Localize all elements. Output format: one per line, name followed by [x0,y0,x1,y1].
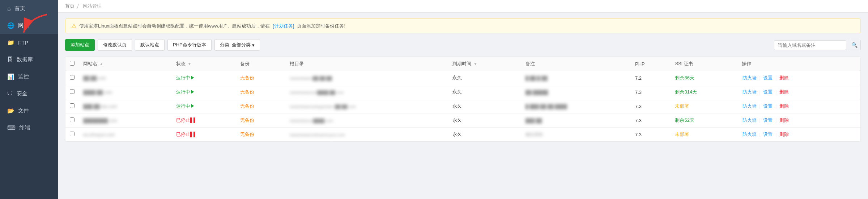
table-row: ████.██.com 运行中▶ 无备份 /www/wwwroot/████.█… [65,85,860,99]
breadcrumb-separator: / [77,3,80,9]
site-expire: 永久 [448,128,521,142]
sort-status-icon: ▼ [188,62,192,66]
ftp-icon: 📁 [7,39,14,46]
site-expire: 永久 [448,113,521,128]
action-settings-1[interactable]: 设置 [763,89,773,95]
site-ssl: 剩余86天 [671,71,737,85]
table-row: ████████.com 已停止▌▌ 无备份 /www/wwroo/████.c… [65,113,860,128]
site-php: 7.3 [631,113,671,128]
action-delete-0[interactable]: 删除 [779,75,789,80]
action-settings-2[interactable]: 设置 [763,103,773,109]
row-checkbox-3[interactable] [70,117,75,122]
sort-name-icon: ▲ [99,62,103,66]
site-backup: 无备份 [236,85,285,99]
site-expire: 永久 [448,71,521,85]
warning-text: 使用宝塔Linux面板创建站点时会自动创建权限配置，统一使用www用户。建站成功… [79,23,270,29]
header-name: 网站名 ▲ [79,57,172,71]
sidebar-item-label: 数据库 [17,56,33,63]
sidebar: ⌂ 首页 🌐 网站 📁 FTP 🗄 数据库 📊 监控 🛡 安全 📂 文件 ⌨ 终… [0,0,58,199]
site-actions: 防火墙 | 设置 | 删除 [737,85,860,99]
action-settings-3[interactable]: 设置 [763,117,773,123]
select-all-checkbox[interactable] [70,61,75,66]
site-root: /www/wwwroot/████.██.com [285,85,448,99]
modify-default-button[interactable]: 修改默认页 [98,39,132,51]
site-root: /www/wwroo/████.com [285,113,448,128]
action-firewall-4[interactable]: 防火墙 [743,132,757,137]
site-name: ███.██.liao.com [79,99,172,113]
toolbar: 添加站点 修改默认页 默认站点 PHP命令行版本 分类: 全部分类 ▾ 🔍 [65,39,861,51]
sidebar-item-label: 监控 [18,73,29,80]
site-backup: 无备份 [236,99,285,113]
sidebar-item-home[interactable]: ⌂ 首页 [0,0,58,17]
header-status: 状态 ▼ [172,57,236,71]
warning-icon: ⚠ [71,22,76,29]
sidebar-item-files[interactable]: 📂 文件 [0,102,58,119]
site-name: ██.██.com [79,71,172,85]
sidebar-item-label: FTP [18,40,28,46]
warning-link[interactable]: [计划任务] [273,23,294,29]
header-action: 操作 [737,57,860,71]
sidebar-item-website[interactable]: 🌐 网站 [0,17,58,34]
row-check [65,99,79,113]
database-icon: 🗄 [7,57,13,63]
row-checkbox-1[interactable] [70,89,75,94]
site-note: █.██.█.██ [521,71,631,85]
action-firewall-2[interactable]: 防火墙 [743,103,757,109]
row-check [65,71,79,85]
table-row: ██.██.com 运行中▶ 无备份 /www/wwwro██.██.██ 永久… [65,71,860,85]
row-checkbox-2[interactable] [70,103,75,108]
header-check [65,57,79,71]
row-checkbox-0[interactable] [70,75,75,80]
row-checkbox-4[interactable] [70,132,75,136]
sidebar-item-label: 文件 [18,107,29,114]
page-content: ⚠ 使用宝塔Linux面板创建站点时会自动创建权限配置，统一使用www用户。建站… [58,13,868,199]
breadcrumb: 首页 / 网站管理 [58,0,868,13]
site-ssl: 未部署 [671,99,737,113]
action-delete-2[interactable]: 删除 [779,103,789,109]
action-settings-4[interactable]: 设置 [763,132,773,137]
search-input[interactable] [774,40,846,50]
site-ssl: 未部署 [671,128,737,142]
site-expire: 永久 [448,85,521,99]
site-status: 已停止▌▌ [172,113,236,128]
action-settings-0[interactable]: 设置 [763,75,773,80]
sidebar-item-database[interactable]: 🗄 数据库 [0,51,58,68]
site-note: ███.██ [521,113,631,128]
header-php: PHP [631,57,671,71]
sidebar-item-security[interactable]: 🛡 安全 [0,85,58,102]
search-area: 🔍 [774,40,861,50]
sidebar-item-ftp[interactable]: 📁 FTP [0,34,58,51]
site-note: 被拉系统 [521,128,631,142]
sidebar-item-label: 网站 [18,22,29,29]
action-firewall-0[interactable]: 防火墙 [743,75,757,80]
website-icon: 🌐 [7,22,14,29]
search-button[interactable]: 🔍 [848,40,861,50]
action-delete-1[interactable]: 删除 [779,89,789,95]
breadcrumb-current: 网站管理 [83,3,102,9]
site-ssl: 剩余314天 [671,85,737,99]
site-actions: 防火墙 | 设置 | 删除 [737,71,860,85]
sidebar-item-monitor[interactable]: 📊 监控 [0,68,58,85]
action-delete-3[interactable]: 删除 [779,117,789,123]
site-ssl: 剩余52天 [671,113,737,128]
breadcrumb-home[interactable]: 首页 [65,3,75,9]
row-check [65,113,79,128]
default-site-button[interactable]: 默认站点 [135,39,165,51]
category-select[interactable]: 分类: 全部分类 ▾ [214,39,260,51]
header-note: 备注 [521,57,631,71]
action-firewall-1[interactable]: 防火墙 [743,89,757,95]
table-row: ea.zimuyun.com 已停止▌▌ 无备份 /www/wwwroot/ea… [65,128,860,142]
php-cmd-button[interactable]: PHP命令行版本 [167,39,212,51]
site-status: 已停止▌▌ [172,128,236,142]
chevron-down-icon: ▾ [252,42,255,48]
header-ssl: SSL证书 [671,57,737,71]
site-status: 运行中▶ [172,99,236,113]
table-row: ███.██.liao.com 运行中▶ 无备份 /www/wwwroot/ap… [65,99,860,113]
add-site-button[interactable]: 添加站点 [65,39,95,51]
site-php: 7.3 [631,99,671,113]
sidebar-item-terminal[interactable]: ⌨ 终端 [0,119,58,136]
action-delete-4[interactable]: 删除 [779,132,789,137]
site-backup: 无备份 [236,113,285,128]
site-root: /www/wwwro██.██.██ [285,71,448,85]
action-firewall-3[interactable]: 防火墙 [743,117,757,123]
